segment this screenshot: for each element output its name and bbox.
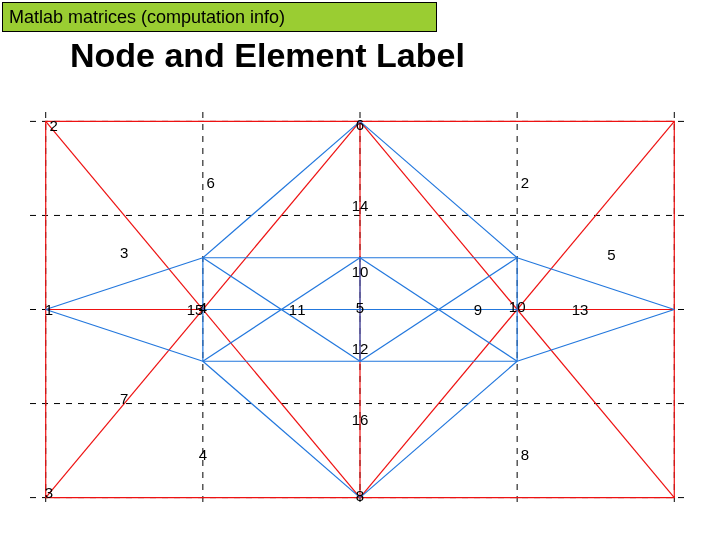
- svg-line-27: [517, 310, 674, 362]
- svg-text:12: 12: [352, 340, 369, 357]
- svg-text:4: 4: [199, 446, 207, 463]
- header-badge-text: Matlab matrices (computation info): [9, 7, 285, 28]
- svg-line-29: [360, 121, 517, 257]
- svg-line-30: [203, 361, 360, 497]
- svg-line-25: [46, 310, 203, 362]
- svg-text:6: 6: [207, 174, 215, 191]
- svg-text:16: 16: [352, 411, 369, 428]
- svg-text:15: 15: [187, 301, 204, 318]
- svg-text:8: 8: [521, 446, 529, 463]
- svg-text:6: 6: [356, 116, 364, 133]
- svg-text:10: 10: [352, 263, 369, 280]
- svg-text:2: 2: [521, 174, 529, 191]
- svg-text:14: 14: [352, 197, 369, 214]
- svg-text:3: 3: [120, 244, 128, 261]
- svg-text:1: 1: [45, 301, 53, 318]
- svg-text:8: 8: [356, 487, 364, 504]
- svg-text:11: 11: [289, 301, 306, 318]
- svg-text:2: 2: [49, 117, 57, 134]
- svg-line-26: [517, 258, 674, 310]
- page-title: Node and Element Label: [70, 36, 465, 75]
- svg-text:5: 5: [356, 299, 364, 316]
- svg-line-24: [46, 258, 203, 310]
- svg-line-28: [203, 121, 360, 257]
- header-badge: Matlab matrices (computation info): [2, 2, 437, 32]
- svg-text:13: 13: [572, 301, 589, 318]
- svg-text:5: 5: [607, 246, 615, 263]
- svg-text:10: 10: [509, 298, 526, 315]
- svg-text:9: 9: [474, 301, 482, 318]
- svg-text:7: 7: [120, 390, 128, 407]
- svg-line-31: [360, 361, 517, 497]
- mesh-diagram: 2638410562143510115119131271648: [30, 112, 690, 507]
- svg-text:3: 3: [45, 484, 53, 501]
- mesh-svg: 2638410562143510115119131271648: [30, 112, 690, 507]
